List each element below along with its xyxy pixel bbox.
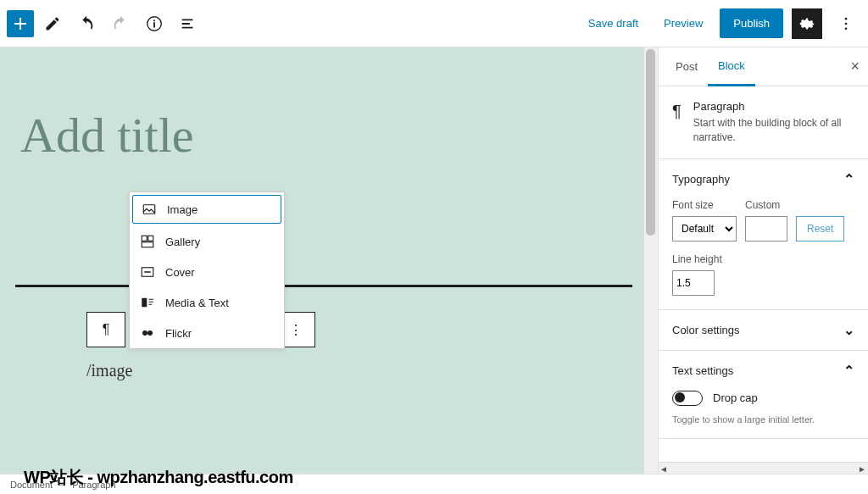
edit-mode-button[interactable] — [37, 8, 68, 39]
chevron-up-icon: ⌃ — [843, 171, 854, 187]
color-settings-panel: Color settings ⌄ — [659, 310, 868, 351]
publish-button[interactable]: Publish — [720, 8, 783, 38]
drop-cap-label: Drop cap — [713, 391, 758, 404]
dots-vertical-icon: ⋮ — [289, 322, 303, 338]
autocomplete-item-media-text[interactable]: Media & Text — [130, 287, 284, 318]
font-size-label: Font size — [672, 199, 737, 211]
svg-rect-5 — [142, 236, 147, 241]
sidebar-close-button[interactable]: × — [850, 58, 860, 75]
undo-icon — [77, 14, 96, 33]
preview-button[interactable]: Preview — [655, 10, 711, 36]
line-height-label: Line height — [672, 253, 854, 265]
media-text-icon — [140, 295, 155, 310]
canvas-scrollbar[interactable] — [644, 47, 658, 474]
autocomplete-label: Cover — [165, 266, 195, 279]
pencil-icon — [44, 15, 61, 32]
svg-rect-7 — [142, 242, 153, 247]
drop-cap-toggle[interactable] — [672, 391, 703, 406]
list-icon — [179, 14, 198, 33]
custom-size-input[interactable] — [745, 216, 787, 241]
flickr-icon — [140, 325, 155, 341]
font-size-reset-button[interactable]: Reset — [796, 216, 844, 241]
panel-title: Text settings — [672, 364, 733, 377]
info-icon — [145, 14, 164, 33]
sidebar-horizontal-scrollbar[interactable]: ◄ ► — [658, 462, 868, 474]
image-icon — [142, 202, 157, 217]
add-block-button[interactable] — [7, 10, 34, 37]
scrollbar-thumb[interactable] — [646, 49, 655, 236]
autocomplete-label: Flickr — [165, 327, 192, 340]
svg-point-2 — [845, 22, 848, 25]
svg-rect-10 — [142, 298, 147, 308]
outline-button[interactable] — [173, 8, 203, 39]
gear-icon — [798, 14, 816, 33]
autocomplete-item-gallery[interactable]: Gallery — [130, 226, 284, 257]
scroll-left-arrow[interactable]: ◄ — [658, 463, 670, 474]
paragraph-icon: ¶ — [672, 100, 682, 145]
block-info-header: ¶ Paragraph Start with the building bloc… — [659, 86, 868, 159]
drop-cap-description: Toggle to show a large initial letter. — [672, 414, 854, 425]
settings-button[interactable] — [792, 8, 822, 39]
text-settings-panel: Text settings ⌃ Drop cap Toggle to show … — [659, 351, 868, 439]
autocomplete-item-flickr[interactable]: Flickr — [130, 318, 284, 348]
typography-panel: Typography ⌃ Font size Default Custom Re… — [659, 159, 868, 310]
svg-point-11 — [142, 330, 147, 336]
chevron-up-icon: ⌃ — [843, 363, 854, 379]
line-height-input[interactable] — [672, 270, 715, 296]
font-size-select[interactable]: Default — [672, 216, 737, 241]
autocomplete-item-image[interactable]: Image — [132, 195, 281, 224]
separator-block[interactable] — [15, 285, 632, 287]
text-settings-toggle[interactable]: Text settings ⌃ — [659, 351, 868, 391]
cover-icon — [140, 264, 155, 280]
autocomplete-label: Gallery — [165, 236, 200, 248]
custom-size-label: Custom — [745, 199, 787, 211]
editor-canvas[interactable]: Add title ¶ ⋮ /image Image Gallery Cover — [0, 47, 658, 474]
chevron-down-icon: ⌄ — [843, 322, 854, 338]
scroll-right-arrow[interactable]: ► — [856, 463, 868, 474]
settings-sidebar: Post Block × ¶ Paragraph Start with the … — [658, 47, 868, 474]
color-settings-toggle[interactable]: Color settings ⌄ — [659, 310, 868, 350]
toolbar-left — [7, 8, 203, 39]
svg-point-1 — [845, 17, 848, 19]
svg-point-12 — [147, 330, 153, 336]
paragraph-icon: ¶ — [103, 322, 110, 337]
redo-button — [105, 8, 136, 39]
info-button[interactable] — [139, 8, 170, 39]
redo-icon — [111, 14, 130, 33]
panel-title: Typography — [672, 173, 730, 186]
close-icon: × — [850, 58, 860, 75]
block-type-description: Start with the building block of all nar… — [693, 116, 854, 145]
autocomplete-item-cover[interactable]: Cover — [130, 257, 284, 287]
save-draft-button[interactable]: Save draft — [580, 10, 647, 36]
tab-post[interactable]: Post — [665, 48, 708, 85]
plus-icon — [10, 14, 31, 34]
typography-panel-toggle[interactable]: Typography ⌃ — [659, 159, 868, 199]
autocomplete-label: Media & Text — [165, 297, 229, 309]
dots-vertical-icon — [837, 15, 854, 32]
paragraph-slash-input[interactable]: /image — [86, 361, 132, 380]
top-toolbar: Save draft Preview Publish — [0, 0, 868, 47]
svg-rect-6 — [148, 236, 153, 241]
gallery-icon — [140, 234, 155, 249]
autocomplete-label: Image — [167, 203, 198, 216]
undo-button[interactable] — [71, 8, 102, 39]
tab-block[interactable]: Block — [708, 47, 755, 86]
block-type-button[interactable]: ¶ — [86, 312, 125, 347]
sidebar-tabs: Post Block × — [659, 47, 868, 86]
post-title-placeholder[interactable]: Add title — [20, 107, 194, 164]
svg-rect-4 — [143, 205, 155, 214]
main-area: Add title ¶ ⋮ /image Image Gallery Cover — [0, 47, 868, 474]
panel-title: Color settings — [672, 324, 739, 336]
toolbar-right: Save draft Preview Publish — [580, 8, 861, 39]
block-type-title: Paragraph — [693, 100, 854, 113]
more-menu-button[interactable] — [831, 8, 861, 39]
block-autocomplete-popover: Image Gallery Cover Media & Text Flickr — [129, 191, 285, 349]
svg-point-3 — [845, 27, 848, 30]
svg-rect-9 — [144, 271, 151, 273]
watermark-text: WP站长 - wpzhanzhang.eastfu.com — [24, 466, 293, 489]
